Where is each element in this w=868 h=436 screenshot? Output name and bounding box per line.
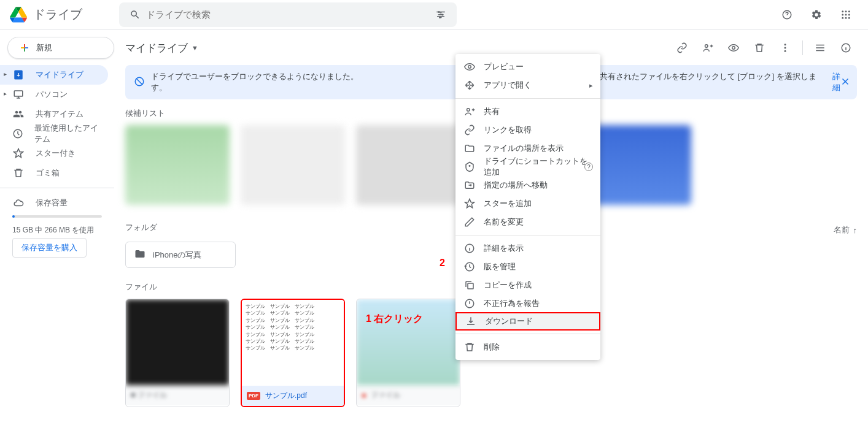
report-icon — [464, 298, 475, 309]
ctx-copy[interactable]: コピーを作成 — [455, 276, 600, 294]
shared-icon — [12, 109, 25, 120]
plus-icon — [19, 42, 30, 53]
link-icon[interactable] — [671, 37, 693, 59]
open-with-icon — [464, 80, 475, 91]
delete-trash-icon[interactable] — [748, 37, 770, 59]
more-icon[interactable] — [774, 37, 796, 59]
search-options-icon[interactable] — [430, 4, 452, 26]
help-badge-icon: ? — [584, 163, 593, 171]
help-icon[interactable] — [775, 2, 799, 27]
file-thumbnail — [126, 299, 229, 385]
suggested-item[interactable] — [356, 125, 460, 205]
nav-label: 保存容量 — [36, 197, 68, 208]
sidebar-item-shared[interactable]: 共有アイテム — [0, 104, 108, 124]
banner-close-icon[interactable] — [840, 76, 851, 89]
sidebar-item-storage[interactable]: 保存容量 — [0, 193, 108, 213]
list-view-icon[interactable] — [809, 37, 831, 59]
folder-name: iPhoneの写真 — [153, 250, 201, 261]
pdf-icon: PDF — [247, 392, 260, 400]
file-name: サンプル.pdf — [265, 391, 307, 401]
annotation-1: 1 右クリック — [366, 313, 423, 326]
search-input[interactable] — [146, 9, 430, 20]
preview-eye-icon[interactable] — [723, 37, 745, 59]
ctx-show-location[interactable]: ファイルの場所を表示 — [455, 139, 600, 158]
buy-storage-button[interactable]: 保存容量を購入 — [12, 238, 87, 258]
context-menu: プレビュー アプリで開く▸ 共有 リンクを取得 ファイルの場所を表示 ドライブに… — [455, 54, 600, 360]
eye-icon — [464, 61, 475, 72]
file-thumbnail: サンプルサンプルサンプル サンプルサンプルサンプル サンプルサンプルサンプル サ… — [242, 300, 344, 386]
computers-icon — [12, 89, 25, 100]
svg-point-23 — [467, 109, 470, 112]
search-bar[interactable] — [119, 2, 457, 27]
block-icon — [134, 76, 145, 89]
svg-point-5 — [845, 10, 847, 12]
file-item-selected[interactable]: サンプルサンプルサンプル サンプルサンプルサンプル サンプルサンプルサンプル サ… — [241, 299, 345, 407]
svg-point-19 — [785, 50, 786, 52]
suggested-item[interactable] — [125, 125, 230, 205]
storage-bar — [12, 215, 102, 218]
ctx-get-link[interactable]: リンクを取得 — [455, 121, 600, 139]
share-icon — [464, 106, 475, 117]
ctx-add-star[interactable]: スターを追加 — [455, 194, 600, 213]
main-content: マイドライブ▼ ドライブでユーザーをブロックできるようになりました。______… — [114, 29, 868, 436]
ctx-versions[interactable]: 版を管理 — [455, 258, 600, 276]
ctx-open-with[interactable]: アプリで開く▸ — [455, 76, 600, 94]
sidebar-item-recent[interactable]: 最近使用したアイテム — [0, 124, 108, 143]
svg-point-15 — [705, 45, 708, 48]
ctx-move-to[interactable]: 指定の場所へ移動 — [455, 176, 600, 194]
star-icon — [12, 148, 25, 159]
nav-label: 共有アイテム — [36, 109, 83, 120]
recent-icon — [12, 128, 23, 139]
trash-icon — [12, 167, 25, 178]
new-button[interactable]: 新規 — [7, 37, 114, 59]
settings-icon[interactable] — [804, 2, 829, 27]
breadcrumb[interactable]: マイドライブ▼ — [125, 41, 198, 55]
download-icon — [465, 316, 476, 327]
sidebar-item-mydrive[interactable]: マイドライブ — [0, 65, 108, 85]
ctx-details[interactable]: 詳細を表示 — [455, 239, 600, 258]
mydrive-icon — [12, 69, 25, 80]
svg-point-10 — [842, 17, 843, 18]
history-icon — [464, 261, 475, 272]
search-icon[interactable] — [124, 4, 146, 26]
logo-area[interactable]: ドライブ — [5, 6, 119, 23]
app-title: ドライブ — [33, 6, 82, 23]
link-icon — [464, 124, 475, 136]
svg-point-0 — [438, 11, 440, 13]
share-person-icon[interactable] — [697, 37, 719, 59]
svg-point-22 — [468, 66, 471, 69]
suggested-item[interactable] — [587, 125, 691, 205]
sort-arrow-icon: ↑ — [853, 226, 858, 235]
header-actions — [775, 2, 863, 27]
sidebar-item-trash[interactable]: ゴミ箱 — [0, 163, 108, 183]
chevron-right-icon: ▸ — [589, 82, 593, 90]
svg-point-2 — [439, 17, 441, 18]
copy-icon — [464, 280, 475, 291]
ctx-rename[interactable]: 名前を変更 — [455, 213, 600, 231]
svg-point-7 — [842, 13, 843, 15]
nav-label: 最近使用したアイテム — [34, 123, 101, 145]
svg-rect-25 — [468, 283, 473, 289]
svg-point-4 — [842, 10, 843, 12]
svg-point-16 — [732, 47, 735, 50]
sidebar-item-computers[interactable]: パソコン — [0, 85, 108, 104]
folder-item[interactable]: iPhoneの写真 — [125, 242, 236, 268]
move-icon — [464, 180, 475, 191]
ctx-add-shortcut[interactable]: ドライブにショートカットを追加? — [455, 158, 600, 176]
info-icon[interactable] — [835, 37, 857, 59]
svg-point-8 — [845, 13, 847, 15]
ctx-download[interactable]: ダウンロード — [455, 312, 600, 331]
ctx-share[interactable]: 共有 — [455, 102, 600, 121]
ctx-delete[interactable]: 削除 — [455, 338, 600, 356]
nav-label: ゴミ箱 — [36, 167, 60, 178]
ctx-report[interactable]: 不正行為を報告 — [455, 294, 600, 313]
sidebar-item-starred[interactable]: スター付き — [0, 143, 108, 163]
annotation-2: 2 — [440, 258, 445, 269]
ctx-preview[interactable]: プレビュー — [455, 58, 600, 76]
folder-icon — [464, 143, 475, 154]
cloud-icon — [12, 197, 25, 208]
dropdown-icon: ▼ — [192, 44, 198, 52]
suggested-item[interactable] — [241, 125, 345, 205]
file-item[interactable]: ■ ファイル — [125, 299, 230, 407]
apps-icon[interactable] — [834, 2, 858, 27]
